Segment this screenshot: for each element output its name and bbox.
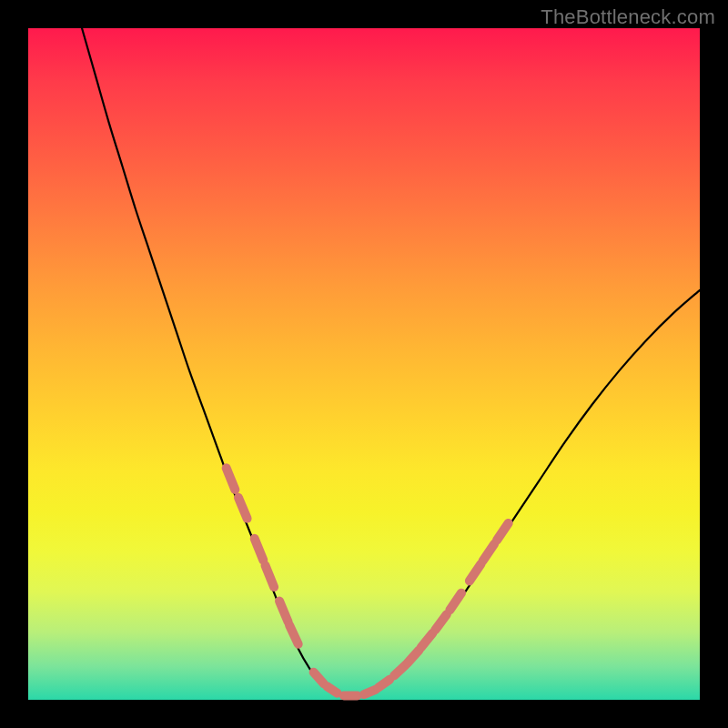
bottom-dash-5 xyxy=(378,680,389,688)
right-dash-5 xyxy=(450,593,461,610)
left-dash-1 xyxy=(227,468,236,490)
bottom-dash-1 xyxy=(314,672,324,684)
outer-frame: TheBottleneck.com xyxy=(0,0,728,728)
plot-area xyxy=(28,28,700,700)
highlight-dashes xyxy=(227,468,509,695)
right-dash-1 xyxy=(394,665,406,676)
right-dash-7 xyxy=(483,544,495,561)
watermark-text: TheBottleneck.com xyxy=(541,5,715,29)
right-dash-6 xyxy=(470,564,481,581)
left-dash-4 xyxy=(266,565,275,587)
chart-svg xyxy=(28,28,700,700)
bottleneck-curve xyxy=(82,28,700,696)
right-dash-8 xyxy=(497,523,509,540)
right-dash-3 xyxy=(421,633,433,647)
left-dash-6 xyxy=(289,625,298,644)
left-dash-3 xyxy=(255,539,264,561)
bottom-dash-2 xyxy=(327,686,337,693)
bottom-dash-4 xyxy=(364,690,376,694)
left-dash-2 xyxy=(238,498,248,519)
right-dash-4 xyxy=(435,614,447,630)
left-dash-5 xyxy=(279,602,288,622)
right-dash-2 xyxy=(408,650,420,662)
